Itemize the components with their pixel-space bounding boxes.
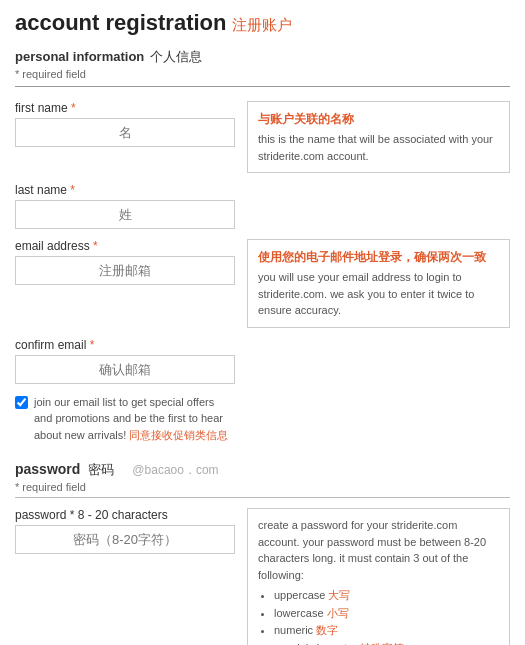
section-divider — [15, 86, 510, 87]
confirm-email-label: confirm email * — [15, 338, 235, 352]
password-tooltip-line1: create a password for your striderite.co… — [258, 519, 486, 581]
password-input[interactable] — [15, 525, 235, 554]
confirm-email-row: confirm email * — [15, 338, 510, 384]
email-tooltip-text: you will use your email address to login… — [258, 271, 474, 316]
confirm-email-field-group: confirm email * — [15, 338, 235, 384]
last-name-label: last name * — [15, 183, 235, 197]
password-req-special: special character 特殊字符 — [274, 640, 499, 646]
password-requirements-list: uppercase 大写 lowercase 小写 numeric 数字 spe… — [274, 587, 499, 645]
email-tooltip-title: 使用您的电子邮件地址登录，确保两次一致 — [258, 248, 499, 266]
email-label: email address * — [15, 239, 235, 253]
last-name-row: last name * — [15, 183, 510, 229]
password-watermark: @bacaoo．com — [132, 462, 218, 479]
password-title-en: password — [15, 461, 80, 477]
email-list-checkbox[interactable] — [15, 396, 28, 409]
first-name-row: first name * 与账户关联的名称 this is the name t… — [15, 101, 510, 173]
password-req-uppercase: uppercase 大写 — [274, 587, 499, 604]
page-title: account registration 注册账户 — [15, 10, 510, 36]
last-name-field-group: last name * — [15, 183, 235, 229]
first-name-label: first name * — [15, 101, 235, 115]
password-label: password * 8 - 20 characters — [15, 508, 235, 522]
first-name-tooltip-text: this is the name that will be associated… — [258, 133, 493, 162]
password-header: password 密码 @bacaoo．com — [15, 461, 510, 479]
password-field-group: password * 8 - 20 characters — [15, 508, 235, 554]
email-list-checkbox-row: join our email list to get special offer… — [15, 394, 235, 444]
password-divider — [15, 497, 510, 498]
confirm-email-input[interactable] — [15, 355, 235, 384]
email-row: email address * 使用您的电子邮件地址登录，确保两次一致 you … — [15, 239, 510, 328]
password-req-lowercase: lowercase 小写 — [274, 605, 499, 622]
personal-title-zh: 个人信息 — [150, 48, 202, 66]
title-zh: 注册账户 — [232, 16, 292, 35]
password-req-numeric: numeric 数字 — [274, 622, 499, 639]
first-name-field-group: first name * — [15, 101, 235, 147]
email-input[interactable] — [15, 256, 235, 285]
password-tooltip: create a password for your striderite.co… — [247, 508, 510, 645]
title-en: account registration — [15, 10, 226, 36]
first-name-input[interactable] — [15, 118, 235, 147]
first-name-tooltip: 与账户关联的名称 this is the name that will be a… — [247, 101, 510, 173]
password-title-zh: 密码 — [88, 461, 114, 479]
checkbox-label: join our email list to get special offer… — [34, 394, 235, 444]
last-name-input[interactable] — [15, 200, 235, 229]
personal-info-heading: personal information 个人信息 — [15, 48, 510, 66]
password-required-note: * required field — [15, 481, 510, 493]
first-name-tooltip-title: 与账户关联的名称 — [258, 110, 499, 128]
password-section: password 密码 @bacaoo．com * required field… — [15, 453, 510, 645]
personal-title-en: personal information — [15, 49, 144, 64]
email-tooltip: 使用您的电子邮件地址登录，确保两次一致 you will use your em… — [247, 239, 510, 328]
required-note: * required field — [15, 68, 510, 80]
email-field-group: email address * — [15, 239, 235, 285]
password-row: password * 8 - 20 characters create a pa… — [15, 508, 510, 645]
